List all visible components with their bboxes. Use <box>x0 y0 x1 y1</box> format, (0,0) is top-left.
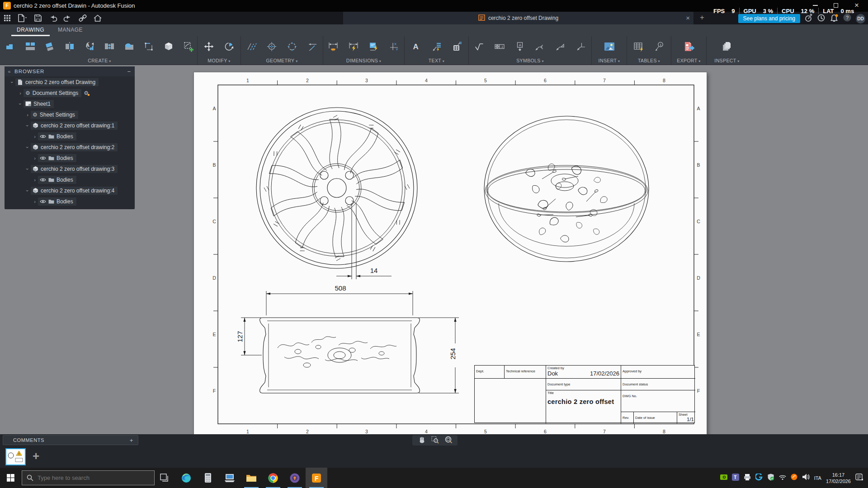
sheet1-thumbnail[interactable]: ! <box>5 448 26 465</box>
language-indicator[interactable]: ITA <box>814 475 821 481</box>
group-label-modify[interactable]: MODIFY <box>198 58 241 63</box>
collapse-panel-icon[interactable]: « <box>5 69 14 74</box>
volume-tray-icon[interactable] <box>802 474 810 482</box>
plans-pricing-button[interactable]: See plans and pricing <box>738 14 800 23</box>
export-sheet-icon[interactable] <box>680 38 698 56</box>
tab-manage[interactable]: MANAGE <box>51 24 90 36</box>
view-front-wheel[interactable] <box>256 108 417 268</box>
new-document-tab-icon[interactable]: + <box>700 13 704 22</box>
task-view-button[interactable] <box>154 468 175 488</box>
document-tab[interactable]: cerchio 2 zero offset Drawing × <box>343 12 693 24</box>
document-sheets-icon[interactable] <box>718 38 736 56</box>
file-new-icon[interactable] <box>17 14 28 23</box>
group-label-insert[interactable]: INSERT <box>592 58 627 63</box>
browser-item-drawing-1[interactable]: › cerchio 2 zero offset drawing:1 <box>5 120 135 131</box>
datum-identifier-icon[interactable]: A <box>511 38 529 56</box>
group-label-text[interactable]: TEXT <box>405 58 468 63</box>
surface-texture-icon[interactable] <box>470 38 488 56</box>
user-avatar[interactable]: DD <box>856 14 865 23</box>
caret-icon[interactable]: › <box>32 134 38 139</box>
app-grid-icon[interactable] <box>4 14 11 22</box>
table-icon[interactable] <box>630 38 648 56</box>
center-mark-icon[interactable] <box>263 38 281 56</box>
group-label-export[interactable]: EXPORT <box>671 58 706 63</box>
drawing-canvas[interactable]: 12345678 12345678 ABCDEF ABCDEF <box>0 65 868 434</box>
nvidia-tray-icon[interactable] <box>720 474 727 482</box>
visibility-eye-icon[interactable] <box>40 156 46 160</box>
logitech-g-tray-icon[interactable] <box>755 474 763 483</box>
drawing-sheet[interactable]: 12345678 12345678 ABCDEF ABCDEF <box>193 72 707 436</box>
hole-thread-note-icon[interactable] <box>448 38 466 56</box>
caret-icon[interactable]: › <box>25 144 30 150</box>
view-side-wheel[interactable] <box>260 318 420 393</box>
taskbar-clock[interactable]: 16:17 17/02/2026 <box>826 472 851 484</box>
crop-view-icon[interactable] <box>140 38 158 56</box>
privacy-browser-icon[interactable] <box>284 468 306 488</box>
ordinate-dimension-icon[interactable]: XY <box>385 38 403 56</box>
group-label-dimensions[interactable]: DIMENSIONS <box>323 58 404 63</box>
caret-icon[interactable]: › <box>25 166 30 172</box>
feature-control-frame-icon[interactable]: .1 <box>491 38 509 56</box>
edge-icon[interactable] <box>175 468 197 488</box>
browser-item-document-settings[interactable]: › ⚙Document Settings ⚙ <box>5 88 135 98</box>
projected-view-icon[interactable] <box>22 38 39 56</box>
redo-icon[interactable] <box>63 14 72 23</box>
caret-icon[interactable]: › <box>17 90 24 96</box>
caret-icon[interactable]: › <box>32 177 38 183</box>
balloon-icon[interactable]: 1 <box>650 38 668 56</box>
start-button[interactable] <box>0 468 21 488</box>
insert-image-icon[interactable] <box>600 38 618 56</box>
browser-item-bodies-4[interactable]: › Bodies <box>5 196 135 206</box>
share-link-icon[interactable] <box>78 14 87 23</box>
visibility-eye-icon[interactable] <box>40 134 46 139</box>
teams-tray-icon[interactable]: T <box>732 474 739 483</box>
tab-drawing[interactable]: DRAWING <box>10 24 51 36</box>
leader-text-icon[interactable] <box>428 38 446 56</box>
notification-center-icon[interactable] <box>855 474 863 483</box>
file-explorer-icon[interactable] <box>241 468 262 488</box>
pc-icon[interactable] <box>219 468 241 488</box>
dimension-icon[interactable] <box>324 38 342 56</box>
pan-icon[interactable] <box>418 436 426 446</box>
browser-item-drawing-3[interactable]: › cerchio 2 zero offset drawing:3 <box>5 164 135 174</box>
edge-symbol-icon[interactable] <box>572 38 590 56</box>
auxiliary-view-icon[interactable] <box>41 38 59 56</box>
browser-item-drawing-2[interactable]: › cerchio 2 zero offset drawing:2 <box>5 142 135 152</box>
security-shield-tray-icon[interactable] <box>767 474 774 483</box>
break-out-view-icon[interactable] <box>120 38 138 56</box>
calculator-icon[interactable] <box>197 468 219 488</box>
add-comment-icon[interactable]: + <box>130 437 133 444</box>
edge-extension-icon[interactable] <box>303 38 321 56</box>
save-icon[interactable] <box>33 14 42 23</box>
avast-tray-icon[interactable] <box>791 474 797 482</box>
taskbar-search[interactable] <box>22 470 155 485</box>
create-sketch-icon[interactable] <box>179 38 197 56</box>
auto-dimension-icon[interactable] <box>344 38 363 56</box>
detail-view-icon[interactable]: A <box>81 38 99 56</box>
browser-item-bodies-3[interactable]: › Bodies <box>5 174 135 185</box>
wifi-tray-icon[interactable] <box>779 474 786 482</box>
home-icon[interactable] <box>93 14 102 23</box>
group-label-create[interactable]: CREATE <box>2 58 197 63</box>
browser-item-sheet-settings[interactable]: › ⚙Sheet Settings <box>5 109 135 120</box>
caret-icon[interactable]: › <box>9 79 15 85</box>
text-icon[interactable]: A <box>407 38 425 56</box>
view-isometric-wheel[interactable] <box>484 116 649 262</box>
browser-item-sheet1[interactable]: › Sheet1 <box>5 99 135 109</box>
baseline-dimension-icon[interactable] <box>365 38 383 56</box>
printer-tray-icon[interactable] <box>744 474 751 483</box>
group-label-inspect[interactable]: INSPECT <box>707 58 747 63</box>
browser-item-bodies-1[interactable]: › Bodies <box>5 131 135 141</box>
center-mark-circle-icon[interactable] <box>283 38 301 56</box>
group-label-geometry[interactable]: GEOMETRY <box>241 58 323 63</box>
group-label-tables[interactable]: TABLES <box>627 58 671 63</box>
dimension-254[interactable]: 254 <box>419 318 459 393</box>
caret-icon[interactable]: › <box>18 101 23 107</box>
visibility-eye-icon[interactable] <box>40 178 46 182</box>
move-icon[interactable] <box>200 38 218 56</box>
browser-item-drawing-root[interactable]: › cerchio 2 zero offset Drawing <box>5 77 135 87</box>
chrome-icon[interactable] <box>262 468 284 488</box>
break-view-icon[interactable] <box>101 38 118 56</box>
browser-item-drawing-4[interactable]: › cerchio 2 zero offset drawing:4 <box>5 185 135 196</box>
new-sheet-button[interactable]: + <box>33 449 39 463</box>
